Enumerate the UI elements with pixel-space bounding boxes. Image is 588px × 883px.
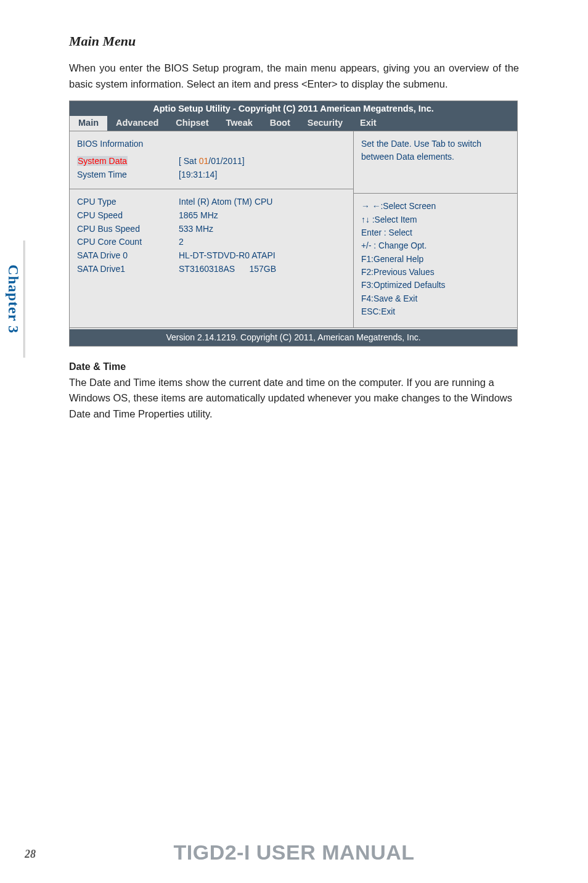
- tab-chipset[interactable]: Chipset: [167, 116, 217, 131]
- system-data-value-highlight: 01: [199, 156, 209, 166]
- help-line: F4:Save & Exit: [361, 292, 510, 305]
- cpu-type-label: CPU Type: [77, 195, 179, 209]
- footer-title: TIGD2-I USER MANUAL: [173, 840, 414, 865]
- cpu-bus-speed-label: CPU Bus Speed: [77, 223, 179, 236]
- bios-help-keys: → ←:Select Screen ↑↓ :Select Item Enter …: [354, 194, 517, 327]
- system-data-value-post: /01/2011]: [208, 156, 244, 166]
- list-item[interactable]: System Time [19:31:14]: [77, 168, 346, 182]
- content-area: Main Menu When you enter the BIOS Setup …: [69, 33, 519, 430]
- intro-paragraph: When you enter the BIOS Setup program, t…: [69, 60, 519, 92]
- list-item: CPU Bus Speed533 MHz: [77, 223, 346, 236]
- bios-footer: Version 2.14.1219. Copyright (C) 2011, A…: [70, 329, 517, 346]
- section-heading: Main Menu: [69, 33, 519, 49]
- system-data-label: System Data: [77, 156, 128, 166]
- system-data-value-pre: [ Sat: [179, 156, 199, 166]
- cpu-speed-label: CPU Speed: [77, 209, 179, 223]
- help-line: Enter : Select: [361, 226, 510, 239]
- date-time-heading: Date & Time: [69, 361, 519, 372]
- sata0-value: HL-DT-STDVD-R0 ATAPI: [179, 249, 346, 263]
- help-line: +/- : Change Opt.: [361, 239, 510, 252]
- help-line: → ←:Select Screen: [361, 200, 510, 213]
- bios-help-description: Set the Date. Use Tab to switch between …: [354, 131, 517, 193]
- cpu-speed-value: 1865 MHz: [179, 209, 346, 223]
- cpu-core-count-value: 2: [179, 236, 346, 249]
- help-line: F3:Optimized Defaults: [361, 279, 510, 292]
- help-line: ESC:Exit: [361, 305, 510, 318]
- bios-right-panel: Set the Date. Use Tab to switch between …: [354, 131, 517, 327]
- sata1-label: SATA Drive1: [77, 263, 179, 276]
- bios-left-panel: BIOS Information System Data [ Sat 01/01…: [70, 131, 354, 327]
- bios-tab-bar: Main Advanced Chipset Tweak Boot Securit…: [70, 116, 517, 131]
- tab-exit[interactable]: Exit: [351, 116, 385, 131]
- tab-tweak[interactable]: Tweak: [218, 116, 261, 131]
- page-number: 28: [25, 848, 36, 861]
- list-item: SATA Drive 0HL-DT-STDVD-R0 ATAPI: [77, 249, 346, 263]
- system-time-value: [19:31:14]: [179, 168, 346, 182]
- list-item: SATA Drive1ST3160318AS 157GB: [77, 263, 346, 276]
- help-line: ↑↓ :Select Item: [361, 213, 510, 226]
- cpu-type-value: Intel (R) Atom (TM) CPU: [179, 195, 346, 209]
- bios-info-label: BIOS Information: [77, 138, 179, 151]
- tab-main[interactable]: Main: [70, 116, 107, 131]
- list-item[interactable]: System Data [ Sat 01/01/2011]: [77, 155, 346, 168]
- system-time-label: System Time: [77, 168, 179, 182]
- tab-advanced[interactable]: Advanced: [107, 116, 167, 131]
- chapter-tab-label: Chapter 3: [5, 265, 22, 334]
- list-item: CPU Speed1865 MHz: [77, 209, 346, 223]
- cpu-bus-speed-value: 533 MHz: [179, 223, 346, 236]
- tab-boot[interactable]: Boot: [261, 116, 299, 131]
- sata1-value: ST3160318AS 157GB: [179, 263, 346, 276]
- cpu-core-count-label: CPU Core Count: [77, 236, 179, 249]
- sata0-label: SATA Drive 0: [77, 249, 179, 263]
- help-line: F1:General Help: [361, 253, 510, 266]
- bios-screenshot: Aptio Setup Utility - Copyright (C) 2011…: [69, 101, 518, 346]
- date-time-paragraph: The Date and Time items show the current…: [69, 375, 519, 422]
- list-item: CPU Core Count2: [77, 236, 346, 249]
- list-item: CPU TypeIntel (R) Atom (TM) CPU: [77, 195, 346, 209]
- chapter-tab: Chapter 3: [0, 240, 26, 358]
- help-line: F2:Previous Values: [361, 266, 510, 279]
- bios-title-bar: Aptio Setup Utility - Copyright (C) 2011…: [70, 101, 517, 116]
- tab-security[interactable]: Security: [299, 116, 351, 131]
